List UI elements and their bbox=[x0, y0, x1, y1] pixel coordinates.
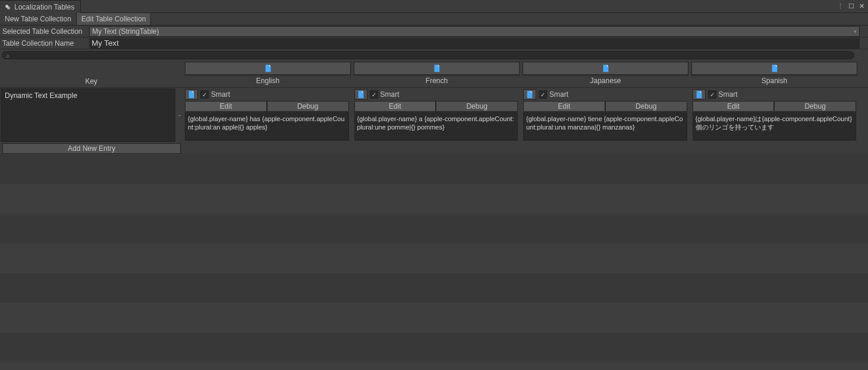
lang-header-label: Japanese bbox=[522, 75, 689, 87]
chevron-down-icon: ▾ bbox=[854, 29, 857, 34]
entry-value-input[interactable]: {global.player-name}は{apple-component.ap… bbox=[693, 112, 857, 141]
file-icon bbox=[770, 64, 779, 72]
file-icon bbox=[695, 90, 703, 99]
tab-new-collection[interactable]: New Table Collection bbox=[0, 13, 77, 25]
localization-icon bbox=[4, 3, 12, 11]
search-icon: ⌕ bbox=[6, 52, 10, 59]
edit-button[interactable]: Edit bbox=[354, 101, 436, 112]
window-tab[interactable]: Localization Tables bbox=[0, 0, 81, 13]
lang-header-label: French bbox=[353, 75, 520, 87]
entry-file-button[interactable] bbox=[185, 89, 198, 100]
file-icon bbox=[602, 64, 610, 72]
selected-collection-label: Selected Table Collection bbox=[0, 27, 89, 36]
add-new-entry-button[interactable]: Add New Entry bbox=[2, 143, 181, 154]
lang-header-french-button[interactable] bbox=[354, 62, 520, 75]
entry-key-input[interactable]: Dynamic Text Example bbox=[1, 88, 175, 142]
debug-button[interactable]: Debug bbox=[436, 101, 518, 112]
remove-entry-button[interactable]: - bbox=[176, 88, 183, 143]
edit-button[interactable]: Edit bbox=[523, 101, 605, 112]
smart-checkbox[interactable]: ✓ bbox=[539, 90, 547, 99]
search-input[interactable]: ⌕ bbox=[2, 51, 854, 59]
selected-collection-dropdown[interactable]: My Text (StringTable) ▾ bbox=[89, 26, 860, 37]
debug-button[interactable]: Debug bbox=[267, 101, 349, 112]
lang-header-label: Spanish bbox=[691, 75, 858, 87]
file-icon bbox=[357, 90, 365, 99]
window-title: Localization Tables bbox=[14, 3, 74, 11]
window-menu-icon[interactable]: ⋮ bbox=[837, 2, 844, 10]
selected-collection-value: My Text (StringTable) bbox=[92, 27, 159, 36]
file-icon bbox=[433, 64, 441, 72]
edit-button[interactable]: Edit bbox=[693, 101, 775, 112]
collection-name-input[interactable] bbox=[89, 38, 860, 49]
smart-label: Smart bbox=[380, 90, 400, 99]
file-icon bbox=[264, 64, 272, 72]
debug-button[interactable]: Debug bbox=[605, 101, 687, 112]
file-icon bbox=[187, 90, 196, 99]
lang-header-spanish-button[interactable] bbox=[691, 62, 857, 75]
lang-header-english-button[interactable] bbox=[185, 62, 351, 75]
smart-label: Smart bbox=[719, 90, 738, 99]
smart-checkbox[interactable]: ✓ bbox=[370, 90, 378, 99]
entry-value-input[interactable]: {global.player-name} tiene {apple-compon… bbox=[523, 112, 687, 141]
collection-name-label: Table Collection Name bbox=[0, 39, 89, 48]
entry-value-input[interactable]: {global.player-name} a {apple-component.… bbox=[354, 112, 518, 141]
empty-table-area bbox=[0, 154, 868, 370]
smart-label: Smart bbox=[549, 90, 568, 99]
key-column-header: Key bbox=[0, 61, 183, 87]
lang-header-label: English bbox=[184, 75, 351, 87]
smart-label: Smart bbox=[211, 90, 230, 99]
window-close-icon[interactable]: ✕ bbox=[859, 2, 864, 10]
tab-edit-collection[interactable]: Edit Table Collection bbox=[77, 13, 152, 25]
file-icon bbox=[526, 90, 534, 99]
window-maximize-icon[interactable]: ☐ bbox=[848, 2, 854, 10]
smart-checkbox[interactable]: ✓ bbox=[708, 90, 716, 99]
entry-value-input[interactable]: {global.player-name} has {apple-componen… bbox=[185, 112, 349, 141]
lang-header-japanese-button[interactable] bbox=[523, 62, 688, 75]
entry-file-button[interactable] bbox=[693, 89, 706, 100]
debug-button[interactable]: Debug bbox=[774, 101, 856, 112]
entry-file-button[interactable] bbox=[523, 89, 536, 100]
smart-checkbox[interactable]: ✓ bbox=[200, 90, 209, 99]
entry-file-button[interactable] bbox=[354, 89, 367, 100]
edit-button[interactable]: Edit bbox=[185, 101, 267, 112]
